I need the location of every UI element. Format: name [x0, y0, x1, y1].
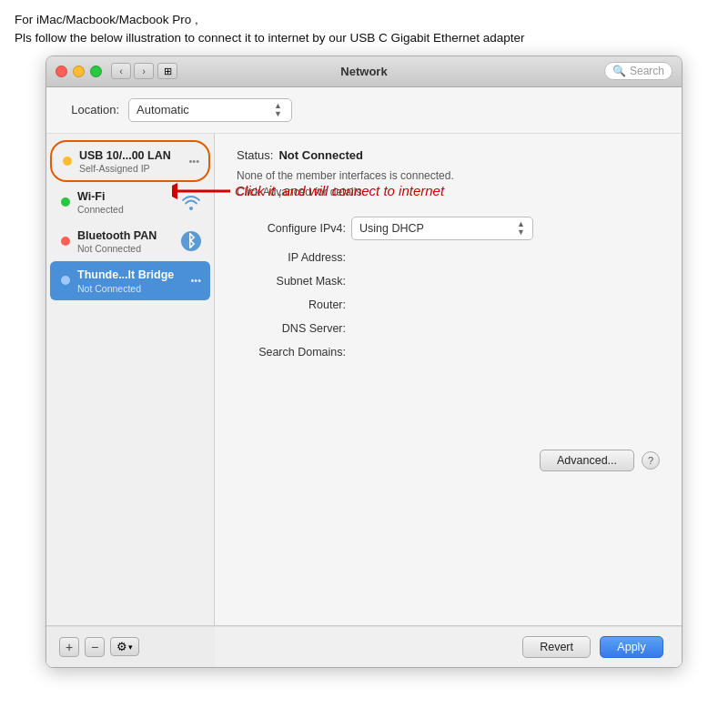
apply-button[interactable]: Apply — [600, 636, 663, 658]
wifi-icon — [181, 192, 201, 212]
instructions-block: For iMac/Macbook/Macbook Pro , Pls follo… — [0, 0, 728, 56]
ip-row: IP Address: — [237, 251, 660, 264]
window-wrapper: ‹ › ⊞ Network 🔍 Search Location: Automat… — [0, 56, 728, 668]
bt-item-sub: Not Connected — [77, 243, 174, 254]
sidebar-item-usb[interactable]: USB 10/...00 LAN Self-Assigned IP ••• — [50, 140, 210, 182]
gear-menu-button[interactable]: ⚙ ▾ — [110, 637, 139, 656]
dns-row: DNS Server: — [237, 322, 660, 335]
search-domains-label: Search Domains: — [237, 346, 346, 359]
search-domains-row: Search Domains: — [237, 346, 660, 359]
network-window: ‹ › ⊞ Network 🔍 Search Location: Automat… — [46, 56, 682, 668]
window-title: Network — [340, 65, 387, 78]
location-select[interactable]: Automatic ▲ ▼ — [128, 98, 292, 122]
wifi-item-name: Wi-Fi — [77, 189, 174, 204]
sidebar-item-thunderbolt[interactable]: Thunde...lt Bridge Not Connected ••• — [50, 261, 210, 299]
back-button[interactable]: ‹ — [111, 63, 131, 79]
usb-item-name: USB 10/...00 LAN — [79, 148, 181, 163]
revert-button[interactable]: Revert — [522, 636, 591, 658]
thunder-item-name: Thunde...lt Bridge — [77, 268, 183, 282]
configure-select-arrows: ▲▼ — [517, 220, 525, 237]
minimize-button[interactable] — [73, 66, 85, 77]
status-value: Not Connected — [278, 148, 362, 162]
wifi-item-sub: Connected — [77, 204, 174, 215]
bottom-area: + − ⚙ ▾ Revert Apply — [46, 625, 682, 667]
location-row: Location: Automatic ▲ ▼ — [46, 87, 682, 134]
sidebar-item-wifi[interactable]: Wi-Fi Connected — [50, 183, 210, 221]
configure-value: Using DHCP — [359, 222, 424, 235]
thunder-item-sub: Not Connected — [77, 283, 183, 294]
search-icon: 🔍 — [612, 65, 626, 77]
close-button[interactable] — [56, 66, 67, 77]
select-arrows-icon: ▲ ▼ — [274, 102, 282, 118]
instruction-line2: Pls follow the below illustration to con… — [15, 29, 713, 47]
subnet-row: Subnet Mask: — [237, 275, 660, 288]
router-label: Router: — [237, 298, 346, 311]
search-placeholder: Search — [630, 65, 664, 77]
usb-status-dot — [63, 157, 72, 166]
bluetooth-icon: ᛒ — [181, 231, 201, 251]
bt-status-dot — [61, 237, 70, 246]
sidebar-item-bluetooth[interactable]: Bluetooth PAN Not Connected ᛒ — [50, 222, 210, 260]
usb-dots-icon: ••• — [188, 156, 199, 167]
ip-label: IP Address: — [237, 251, 346, 264]
nav-buttons: ‹ › — [111, 63, 154, 79]
traffic-lights — [56, 66, 102, 77]
subnet-label: Subnet Mask: — [237, 275, 346, 288]
forward-button[interactable]: › — [134, 63, 154, 79]
router-row: Router: — [237, 298, 660, 311]
gear-arrow-icon: ▾ — [128, 642, 133, 652]
help-button[interactable]: ? — [642, 451, 660, 470]
location-value: Automatic — [136, 103, 189, 116]
fullscreen-button[interactable] — [90, 66, 102, 77]
right-panel-bottom: Revert Apply — [215, 626, 682, 667]
right-panel: Status: Not Connected None of the member… — [215, 134, 682, 625]
search-box[interactable]: 🔍 Search — [604, 62, 672, 80]
advanced-area: Advanced... ? — [237, 450, 660, 471]
grid-button[interactable]: ⊞ — [157, 63, 177, 79]
add-network-button[interactable]: + — [59, 637, 79, 657]
gear-icon: ⚙ — [116, 640, 127, 653]
configure-label: Configure IPv4: — [237, 222, 346, 235]
window-body: Location: Automatic ▲ ▼ — [46, 87, 682, 667]
thunder-status-dot — [61, 276, 70, 285]
status-desc-line1: None of the member interfaces is connect… — [237, 167, 660, 184]
status-desc: None of the member interfaces is connect… — [237, 167, 660, 200]
status-desc-line2: Click Advanced for details. — [237, 184, 660, 200]
configure-select[interactable]: Using DHCP ▲▼ — [351, 217, 533, 240]
instruction-line1: For iMac/Macbook/Macbook Pro , — [15, 11, 713, 29]
advanced-button[interactable]: Advanced... — [540, 450, 634, 471]
status-row: Status: Not Connected — [237, 148, 660, 162]
sidebar: USB 10/...00 LAN Self-Assigned IP ••• Wi… — [46, 134, 215, 625]
location-label: Location: — [65, 103, 119, 116]
dns-label: DNS Server: — [237, 322, 346, 335]
status-label: Status: — [237, 148, 273, 162]
title-bar: ‹ › ⊞ Network 🔍 Search — [46, 56, 682, 87]
remove-network-button[interactable]: − — [85, 637, 105, 657]
usb-item-sub: Self-Assigned IP — [79, 163, 181, 174]
sidebar-bottom-controls: + − ⚙ ▾ — [46, 626, 215, 667]
thunder-dots-icon: ••• — [190, 275, 201, 286]
wifi-status-dot — [61, 197, 70, 207]
bt-item-name: Bluetooth PAN — [77, 228, 174, 243]
content-area: USB 10/...00 LAN Self-Assigned IP ••• Wi… — [46, 134, 682, 625]
configure-row: Configure IPv4: Using DHCP ▲▼ — [237, 217, 660, 240]
